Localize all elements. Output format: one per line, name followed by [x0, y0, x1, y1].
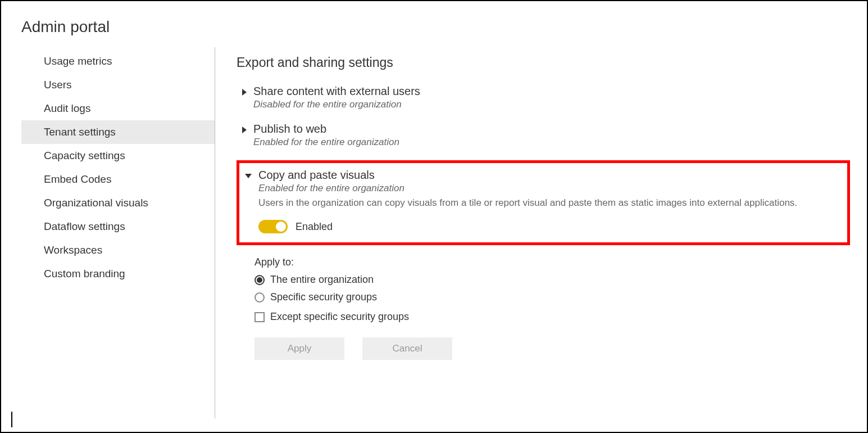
checkbox-label: Except specific security groups — [270, 311, 409, 323]
section-title: Export and sharing settings — [237, 55, 850, 70]
setting-status: Disabled for the entire organization — [253, 99, 420, 110]
setting-title: Publish to web — [253, 123, 399, 136]
apply-to-section: Apply to: The entire organization Specif… — [237, 256, 850, 323]
setting-header-copy-paste[interactable]: Copy and paste visuals Enabled for the e… — [245, 169, 842, 233]
main-panel: Export and sharing settings Share conten… — [215, 47, 867, 418]
text-cursor — [11, 412, 12, 427]
setting-title: Share content with external users — [253, 85, 420, 98]
button-row: Apply Cancel — [237, 337, 850, 360]
sidebar-item-embed-codes[interactable]: Embed Codes — [21, 168, 215, 191]
sidebar-item-users[interactable]: Users — [21, 73, 215, 97]
toggle-knob — [276, 222, 286, 232]
page-title: Admin portal — [1, 1, 867, 42]
radio-icon — [255, 275, 265, 285]
radio-label: The entire organization — [270, 274, 374, 286]
radio-specific-groups[interactable]: Specific security groups — [255, 291, 850, 303]
setting-status: Enabled for the entire organization — [258, 183, 842, 194]
sidebar-item-capacity-settings[interactable]: Capacity settings — [21, 144, 215, 168]
caret-right-icon — [242, 127, 247, 133]
sidebar-item-custom-branding[interactable]: Custom branding — [21, 262, 215, 286]
setting-description: Users in the organization can copy visua… — [258, 197, 842, 209]
radio-icon — [255, 292, 265, 303]
caret-right-icon — [242, 89, 247, 96]
sidebar-item-workspaces[interactable]: Workspaces — [21, 238, 215, 262]
radio-label: Specific security groups — [270, 291, 377, 303]
setting-status: Enabled for the entire organization — [253, 137, 399, 148]
setting-header-publish-web[interactable]: Publish to web Enabled for the entire or… — [242, 123, 850, 148]
checkbox-except-groups[interactable]: Except specific security groups — [255, 311, 850, 323]
sidebar-item-tenant-settings[interactable]: Tenant settings — [21, 120, 215, 144]
toggle-label: Enabled — [296, 221, 333, 233]
sidebar-item-usage-metrics[interactable]: Usage metrics — [21, 49, 215, 73]
sidebar-item-organizational-visuals[interactable]: Organizational visuals — [21, 191, 215, 215]
checkbox-icon — [255, 312, 265, 322]
apply-button[interactable]: Apply — [255, 337, 344, 360]
sidebar: Usage metrics Users Audit logs Tenant se… — [1, 47, 215, 418]
highlighted-setting-box: Copy and paste visuals Enabled for the e… — [237, 160, 850, 245]
enabled-toggle[interactable] — [258, 220, 288, 233]
setting-header-share-external[interactable]: Share content with external users Disabl… — [242, 85, 850, 110]
apply-to-label: Apply to: — [255, 256, 850, 268]
sidebar-item-dataflow-settings[interactable]: Dataflow settings — [21, 215, 215, 238]
setting-title: Copy and paste visuals — [258, 169, 842, 182]
sidebar-item-audit-logs[interactable]: Audit logs — [21, 97, 215, 120]
setting-share-external: Share content with external users Disabl… — [237, 85, 850, 110]
caret-down-icon — [245, 174, 252, 178]
radio-entire-org[interactable]: The entire organization — [255, 274, 850, 286]
cancel-button[interactable]: Cancel — [362, 337, 452, 360]
setting-publish-web: Publish to web Enabled for the entire or… — [237, 123, 850, 148]
